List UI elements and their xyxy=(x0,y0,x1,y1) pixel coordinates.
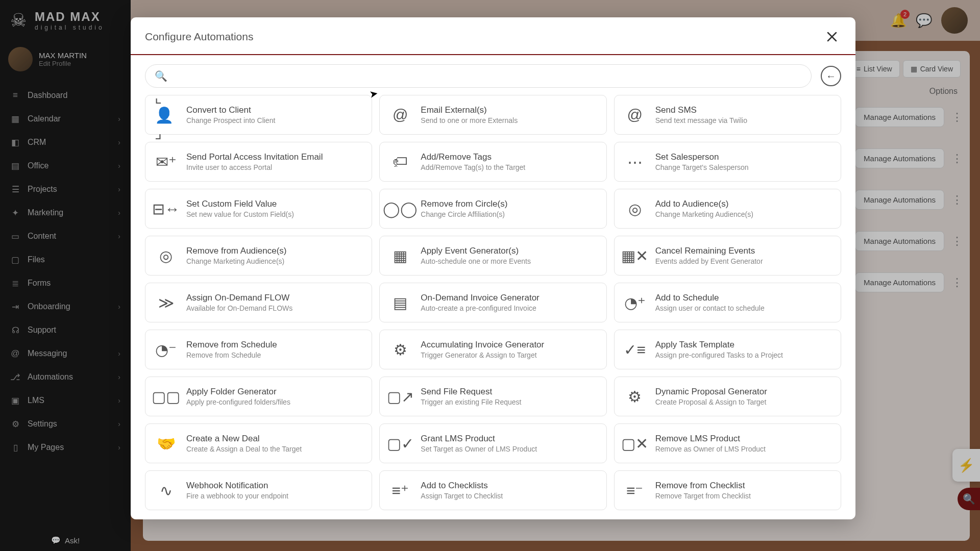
card-subtitle: Assign pre-configured Tasks to a Project xyxy=(655,351,783,359)
card-icon: ◔⁻ xyxy=(155,338,177,361)
arrow-left-icon: ← xyxy=(826,70,836,82)
card-icon: ◎ xyxy=(155,244,177,267)
card-subtitle: Change Marketing Audience(s) xyxy=(186,257,287,265)
automation-card-send-sms[interactable]: @ Send SMS Send text message via Twilio xyxy=(614,95,841,135)
search-input[interactable] xyxy=(174,71,802,81)
card-subtitle: Auto-create a pre-configured Invoice xyxy=(421,304,539,312)
card-title: Add to Schedule xyxy=(655,293,765,303)
automation-card-remove-lms-product[interactable]: ▢✕ Remove LMS Product Remove as Owner of… xyxy=(614,423,841,463)
automation-card-send-portal-access-invitation-email[interactable]: ✉⁺ Send Portal Access Invitation Email I… xyxy=(145,142,372,182)
card-title: On-Demand Invoice Generator xyxy=(421,293,539,303)
card-subtitle: Change Prospect into Client xyxy=(186,116,275,124)
card-title: Apply Task Template xyxy=(655,340,783,350)
automation-card-remove-from-circle-s[interactable]: ◯◯ Remove from Circle(s) Change Circle A… xyxy=(379,189,606,229)
card-icon: 🤝 xyxy=(155,432,177,455)
automation-card-dynamic-proposal-generator[interactable]: ⚙ Dynamic Proposal Generator Create Prop… xyxy=(614,377,841,416)
automation-card-on-demand-invoice-generator[interactable]: ▤ On-Demand Invoice Generator Auto-creat… xyxy=(379,283,606,322)
card-icon: ∿ xyxy=(155,479,177,502)
card-subtitle: Assign user or contact to schedule xyxy=(655,304,765,312)
card-title: Remove from Checklist xyxy=(655,481,751,491)
card-subtitle: Remove as Owner of LMS Product xyxy=(655,445,766,453)
automation-card-remove-from-checklist[interactable]: ≡⁻ Remove from Checklist Remove Target f… xyxy=(614,470,841,510)
card-icon: ≡⁻ xyxy=(624,479,646,502)
card-icon: ✉⁺ xyxy=(155,151,177,173)
card-title: Add to Checklists xyxy=(421,481,503,491)
card-title: Email External(s) xyxy=(421,105,518,115)
card-icon: ▢✕ xyxy=(624,432,646,455)
automation-card-remove-from-schedule[interactable]: ◔⁻ Remove from Schedule Remove from Sche… xyxy=(145,330,372,369)
automation-card-send-file-request[interactable]: ▢↗ Send File Request Trigger an existing… xyxy=(379,377,606,416)
card-title: Convert to Client xyxy=(186,105,275,115)
automation-card-apply-event-generator-s[interactable]: ▦ Apply Event Generator(s) Auto-schedule… xyxy=(379,236,606,276)
card-title: Webhook Notification xyxy=(186,481,288,491)
close-icon xyxy=(826,31,838,42)
card-subtitle: Assign Target to Checklist xyxy=(421,492,503,500)
card-subtitle: Trigger Generator & Assign to Target xyxy=(421,351,544,359)
card-subtitle: Apply pre-configured folders/files xyxy=(186,398,290,406)
automation-card-cancel-remaining-events[interactable]: ▦✕ Cancel Remaining Events Events added … xyxy=(614,236,841,276)
card-subtitle: Remove Target from Checklist xyxy=(655,492,751,500)
card-title: Add to Audience(s) xyxy=(655,199,753,209)
card-title: Remove from Audience(s) xyxy=(186,246,287,256)
card-icon: ⚙ xyxy=(624,385,646,408)
automation-card-set-salesperson[interactable]: ⋯ Set Salesperson Change Target's Salesp… xyxy=(614,142,841,182)
card-icon: ≫ xyxy=(155,291,177,314)
automation-card-grant-lms-product[interactable]: ▢✓ Grant LMS Product Set Target as Owner… xyxy=(379,423,606,463)
card-icon: ✓≡ xyxy=(624,338,646,361)
modal-title: Configure Automations xyxy=(145,31,253,43)
card-subtitle: Events added by Event Generator xyxy=(655,257,763,265)
automation-card-apply-folder-generator[interactable]: ▢▢ Apply Folder Generator Apply pre-conf… xyxy=(145,377,372,416)
card-title: Grant LMS Product xyxy=(421,434,537,444)
search-box[interactable]: 🔍 xyxy=(145,64,812,88)
automation-card-remove-from-audience-s[interactable]: ◎ Remove from Audience(s) Change Marketi… xyxy=(145,236,372,276)
automation-card-email-external-s[interactable]: @ Email External(s) Send to one or more … xyxy=(379,95,606,135)
automation-card-add-to-schedule[interactable]: ◔⁺ Add to Schedule Assign user or contac… xyxy=(614,283,841,322)
card-icon: ⌞👤⌟ xyxy=(155,104,177,126)
automation-card-accumulating-invoice-generator[interactable]: ⚙ Accumulating Invoice Generator Trigger… xyxy=(379,330,606,369)
card-icon: @ xyxy=(389,104,411,126)
card-icon: @ xyxy=(624,104,646,126)
back-button[interactable]: ← xyxy=(821,66,841,86)
card-icon: ◔⁺ xyxy=(624,291,646,314)
card-subtitle: Set new value for Custom Field(s) xyxy=(186,210,294,218)
card-icon: ▢✓ xyxy=(389,432,411,455)
card-icon: ◯◯ xyxy=(389,197,411,220)
card-title: Add/Remove Tags xyxy=(421,152,525,162)
automation-grid: ⌞👤⌟ Convert to Client Change Prospect in… xyxy=(131,95,855,510)
automation-card-webhook-notification[interactable]: ∿ Webhook Notification Fire a webhook to… xyxy=(145,470,372,510)
automation-card-add-to-checklists[interactable]: ≡⁺ Add to Checklists Assign Target to Ch… xyxy=(379,470,606,510)
card-title: Accumulating Invoice Generator xyxy=(421,340,544,350)
card-icon: ▢↗ xyxy=(389,385,411,408)
card-title: Assign On-Demand FLOW xyxy=(186,293,292,303)
card-subtitle: Auto-schedule one or more Events xyxy=(421,257,531,265)
card-title: Remove LMS Product xyxy=(655,434,766,444)
card-title: Cancel Remaining Events xyxy=(655,246,763,256)
card-title: Send File Request xyxy=(421,387,521,397)
card-subtitle: Send to one or more Externals xyxy=(421,116,518,124)
card-icon: ⋯ xyxy=(624,151,646,173)
card-title: Remove from Schedule xyxy=(186,340,277,350)
card-title: Set Salesperson xyxy=(655,152,749,162)
card-subtitle: Invite user to access Portal xyxy=(186,163,323,171)
card-title: Dynamic Proposal Generator xyxy=(655,387,767,397)
card-icon: ≡⁺ xyxy=(389,479,411,502)
card-icon: ⚙ xyxy=(389,338,411,361)
automation-card-convert-to-client[interactable]: ⌞👤⌟ Convert to Client Change Prospect in… xyxy=(145,95,372,135)
card-subtitle: Set Target as Owner of LMS Product xyxy=(421,445,537,453)
automation-card-add-remove-tags[interactable]: 🏷 Add/Remove Tags Add/Remove Tag(s) to t… xyxy=(379,142,606,182)
card-subtitle: Create Proposal & Assign to Target xyxy=(655,398,767,406)
card-icon: ⊟↔ xyxy=(155,197,177,220)
card-subtitle: Trigger an existing File Request xyxy=(421,398,521,406)
card-title: Remove from Circle(s) xyxy=(421,199,507,209)
card-subtitle: Change Marketing Audience(s) xyxy=(655,210,753,218)
configure-automations-modal: Configure Automations 🔍 ← ⌞👤⌟ Convert to… xyxy=(131,17,855,519)
close-button[interactable] xyxy=(823,28,841,46)
automation-card-create-a-new-deal[interactable]: 🤝 Create a New Deal Create & Assign a De… xyxy=(145,423,372,463)
card-title: Apply Event Generator(s) xyxy=(421,246,531,256)
automation-card-assign-on-demand-flow[interactable]: ≫ Assign On-Demand FLOW Available for On… xyxy=(145,283,372,322)
automation-card-apply-task-template[interactable]: ✓≡ Apply Task Template Assign pre-config… xyxy=(614,330,841,369)
card-subtitle: Change Target's Salesperson xyxy=(655,163,749,171)
automation-card-add-to-audience-s[interactable]: ◎ Add to Audience(s) Change Marketing Au… xyxy=(614,189,841,229)
automation-card-set-custom-field-value[interactable]: ⊟↔ Set Custom Field Value Set new value … xyxy=(145,189,372,229)
card-icon: 🏷 xyxy=(389,151,411,173)
